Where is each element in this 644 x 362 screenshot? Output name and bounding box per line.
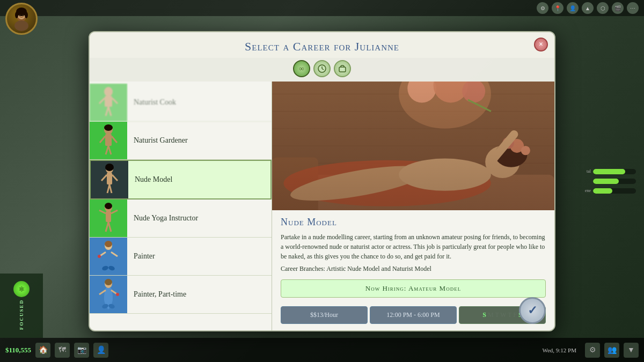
svg-point-24 xyxy=(104,124,113,131)
detail-image xyxy=(272,82,554,210)
career-thumb-naturist-gardener-inner xyxy=(90,122,127,159)
career-name-naturist-gardener: Naturist Gardener xyxy=(127,136,194,145)
career-item-painter[interactable]: Painter xyxy=(90,238,272,276)
svg-line-10 xyxy=(322,69,324,70)
svg-point-68 xyxy=(288,159,429,208)
career-thumb-naturist-cook xyxy=(90,84,127,121)
modal-body: Naturist Cook xyxy=(90,82,554,330)
filter-row: ∞ xyxy=(90,58,554,82)
confirm-button[interactable]: ✓ xyxy=(519,297,546,324)
svg-line-75 xyxy=(491,134,514,162)
svg-point-63 xyxy=(399,82,491,129)
svg-rect-53 xyxy=(272,82,554,192)
svg-point-70 xyxy=(485,146,519,178)
filter-clock-button[interactable] xyxy=(313,60,331,77)
detail-scene xyxy=(272,82,554,210)
career-name-nude-yoga: Nude Yoga Instructor xyxy=(127,214,204,223)
svg-point-31 xyxy=(105,164,114,171)
filter-bag-button[interactable] xyxy=(334,60,351,77)
wage-button[interactable]: $$13/Hour xyxy=(281,306,368,324)
bag-icon xyxy=(338,64,347,73)
career-thumb-nude-yoga-inner xyxy=(90,200,127,237)
svg-line-21 xyxy=(108,146,111,154)
svg-line-37 xyxy=(111,210,118,213)
modal-header: Select a Career for Julianne × xyxy=(90,32,554,58)
svg-point-69 xyxy=(399,158,491,190)
svg-point-52 xyxy=(105,279,112,285)
career-list[interactable]: Naturist Cook xyxy=(90,82,272,330)
svg-rect-60 xyxy=(272,174,554,210)
svg-line-17 xyxy=(112,98,118,104)
svg-line-36 xyxy=(99,210,106,213)
close-button[interactable]: × xyxy=(534,38,548,51)
svg-point-66 xyxy=(462,82,485,102)
career-name-painter-pt: Painter, Part-time xyxy=(127,290,193,299)
svg-line-15 xyxy=(108,107,111,116)
clock-icon xyxy=(318,64,326,73)
svg-point-65 xyxy=(434,82,468,102)
svg-line-23 xyxy=(112,136,117,143)
svg-point-45 xyxy=(105,241,112,247)
wage-value: $13/Hour xyxy=(313,311,338,319)
hours-value: 12:00 PM - 6:00 PM xyxy=(386,311,440,319)
svg-line-35 xyxy=(108,222,111,232)
svg-rect-13 xyxy=(105,96,112,107)
career-item-naturist-gardener[interactable]: Naturist Gardener xyxy=(90,122,272,160)
svg-point-38 xyxy=(105,203,112,209)
career-thumb-painter-pt-inner xyxy=(90,276,127,313)
career-thumb-painter-inner xyxy=(90,238,127,275)
svg-line-30 xyxy=(112,175,118,181)
detail-panel: Nude Model Partake in a nude modelling c… xyxy=(272,82,554,330)
career-item-naturist-cook[interactable]: Naturist Cook xyxy=(90,84,272,122)
svg-point-73 xyxy=(521,146,530,155)
svg-point-64 xyxy=(407,82,436,102)
svg-point-71 xyxy=(495,142,527,167)
career-thumb-naturist-cook-inner xyxy=(90,84,127,121)
svg-line-16 xyxy=(99,98,105,104)
detail-content: Nude Model Partake in a nude modelling c… xyxy=(272,210,554,275)
filter-loop-button[interactable]: ∞ xyxy=(293,60,310,77)
career-item-painter-pt[interactable]: Painter, Part-time xyxy=(90,276,272,314)
modal-overlay: Select a Career for Julianne × ∞ xyxy=(0,0,644,362)
svg-point-51 xyxy=(116,293,119,296)
svg-rect-26 xyxy=(107,173,112,184)
career-item-nude-yoga[interactable]: Nude Yoga Instructor xyxy=(90,200,272,238)
svg-rect-61 xyxy=(272,157,318,210)
detail-branches: Career Branches: Artistic Nude Model and… xyxy=(281,264,546,274)
career-name-naturist-cook: Naturist Cook xyxy=(127,98,182,107)
svg-point-44 xyxy=(98,255,101,258)
hours-button[interactable]: 12:00 PM - 6:00 PM xyxy=(370,306,457,324)
svg-rect-11 xyxy=(339,67,346,72)
career-figure-gardener xyxy=(95,124,122,157)
career-item-nude-model[interactable]: Nude Model xyxy=(90,160,272,200)
svg-line-22 xyxy=(100,136,105,143)
career-figure-yoga xyxy=(95,202,122,234)
hiring-banner: Now Hiring: Amateur Model xyxy=(281,279,546,298)
career-thumb-nude-yoga xyxy=(90,200,127,237)
detail-career-name: Nude Model xyxy=(281,217,546,228)
career-thumb-painter xyxy=(90,238,127,275)
career-thumb-naturist-gardener xyxy=(90,122,127,159)
career-select-modal: Select a Career for Julianne × ∞ xyxy=(89,31,555,331)
career-name-nude-model: Nude Model xyxy=(128,175,179,184)
career-figure-painter-pt xyxy=(95,278,122,311)
svg-point-72 xyxy=(510,139,524,153)
detail-description: Partake in a nude modelling career, star… xyxy=(281,232,546,261)
svg-rect-33 xyxy=(106,211,111,222)
job-stats: $$13/Hour 12:00 PM - 6:00 PM S M T W T F… xyxy=(272,302,554,330)
svg-line-67 xyxy=(468,100,491,111)
days-display: S M T W T F S xyxy=(482,311,522,319)
svg-point-62 xyxy=(283,160,491,206)
svg-line-29 xyxy=(101,175,107,181)
career-name-painter: Painter xyxy=(127,252,162,261)
svg-rect-19 xyxy=(105,134,112,146)
svg-point-74 xyxy=(502,137,514,148)
svg-point-12 xyxy=(104,87,113,97)
career-figure-nude-model xyxy=(96,164,123,196)
career-figure-cook xyxy=(95,86,122,119)
svg-line-28 xyxy=(109,184,112,193)
career-thumb-nude-model-inner xyxy=(91,161,128,198)
career-thumb-nude-model xyxy=(91,161,128,198)
career-thumb-painter-pt xyxy=(90,276,127,313)
career-figure-painter xyxy=(95,240,122,272)
